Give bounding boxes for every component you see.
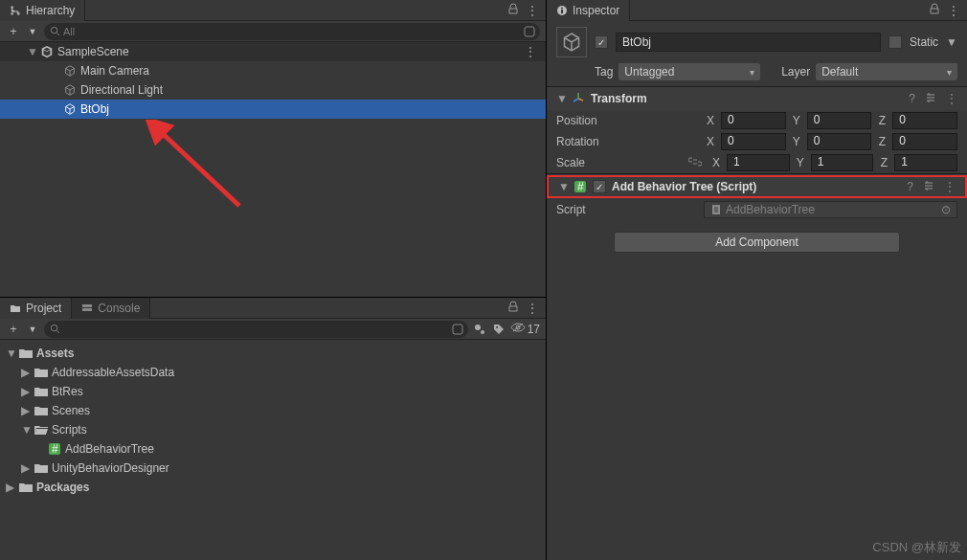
scale-y-input[interactable]: 1 <box>811 154 874 171</box>
transform-title: Transform <box>591 92 647 105</box>
axis-z-label: Z <box>875 135 888 148</box>
tab-project-label: Project <box>26 302 61 315</box>
object-picker-icon[interactable]: ⊙ <box>941 203 951 216</box>
scene-kebab-icon[interactable]: ⋮ <box>525 45 536 58</box>
scale-z-input[interactable]: 1 <box>894 154 957 171</box>
transform-icon <box>572 92 585 105</box>
script-enabled-checkbox[interactable]: ✓ <box>593 180 606 193</box>
project-folder[interactable]: ▶ Scenes <box>0 401 546 420</box>
panel-kebab-icon[interactable]: ⋮ <box>948 4 959 17</box>
script-field-label: Script <box>556 203 700 216</box>
svg-rect-4 <box>82 308 92 311</box>
hierarchy-item-selected[interactable]: BtObj <box>0 100 546 119</box>
hierarchy-icon <box>10 5 21 16</box>
panel-kebab-icon[interactable]: ⋮ <box>527 302 538 315</box>
layer-dropdown[interactable]: Default <box>816 63 957 80</box>
watermark-text: CSDN @林新发 <box>872 539 961 556</box>
fold-icon[interactable]: ▶ <box>6 481 15 494</box>
help-icon[interactable]: ? <box>907 180 913 194</box>
layer-value: Default <box>821 65 858 78</box>
static-checkbox[interactable] <box>888 35 902 49</box>
folder-icon <box>19 347 33 359</box>
project-tree: ▼ Assets ▶ AddressableAssetsData ▶ BtRes… <box>0 340 546 560</box>
create-dropdown-icon[interactable]: ▼ <box>25 322 40 337</box>
project-folder-label: Scenes <box>52 404 90 417</box>
project-folder[interactable]: ▼ Assets <box>0 344 546 363</box>
preset-icon[interactable] <box>925 92 936 106</box>
hierarchy-item-label: Main Camera <box>80 64 149 78</box>
tab-console[interactable]: Console <box>72 298 150 319</box>
position-y-input[interactable]: 0 <box>807 112 872 129</box>
fold-icon[interactable]: ▶ <box>21 404 31 417</box>
project-folder[interactable]: ▶ AddressableAssetsData <box>0 363 546 382</box>
fold-icon[interactable]: ▶ <box>21 385 31 398</box>
tab-project[interactable]: Project <box>0 298 72 319</box>
filter-by-label-icon[interactable] <box>491 322 506 337</box>
gameobject-name-input[interactable]: BtObj <box>616 33 881 52</box>
project-folder[interactable]: ▼ Scripts <box>0 420 546 439</box>
project-folder-label: BtRes <box>52 385 83 398</box>
project-folder-label: AddressableAssetsData <box>52 366 174 379</box>
hierarchy-item[interactable]: Main Camera <box>0 61 546 80</box>
component-kebab-icon[interactable]: ⋮ <box>946 92 957 106</box>
fold-icon[interactable]: ▼ <box>558 180 568 193</box>
svg-rect-14 <box>561 10 563 13</box>
create-dropdown-icon[interactable]: ▼ <box>25 24 40 39</box>
tab-inspector[interactable]: Inspector <box>547 0 630 21</box>
tag-dropdown[interactable]: Untagged <box>618 63 760 80</box>
add-component-button[interactable]: Add Component <box>614 232 900 253</box>
svg-text:#: # <box>52 442 58 456</box>
script-reference-value: AddBehaviorTree <box>726 203 815 216</box>
preset-icon[interactable] <box>923 180 934 194</box>
project-folder[interactable]: ▶ BtRes <box>0 382 546 401</box>
create-plus-button[interactable]: + <box>6 24 21 39</box>
annotation-arrow <box>144 120 259 215</box>
filter-by-type-icon[interactable] <box>472 322 487 337</box>
fold-icon[interactable]: ▶ <box>21 366 31 379</box>
scale-label: Scale <box>556 156 685 169</box>
position-z-input[interactable]: 0 <box>892 112 957 129</box>
lock-icon[interactable] <box>507 301 519 315</box>
project-folder[interactable]: ▶ Packages <box>0 478 546 497</box>
tab-console-label: Console <box>98 302 140 315</box>
tab-hierarchy[interactable]: Hierarchy <box>0 0 85 21</box>
project-folder[interactable]: ▶ UnityBehaviorDesigner <box>0 459 546 478</box>
add-component-label: Add Component <box>715 235 798 249</box>
fold-icon[interactable]: ▶ <box>21 461 31 475</box>
help-icon[interactable]: ? <box>909 92 915 106</box>
rotation-y-input[interactable]: 0 <box>807 133 872 150</box>
hierarchy-item[interactable]: Directional Light <box>0 80 546 100</box>
panel-kebab-icon[interactable]: ⋮ <box>527 4 538 17</box>
scale-x-input[interactable]: 1 <box>727 154 790 171</box>
component-kebab-icon[interactable]: ⋮ <box>944 180 956 194</box>
hidden-eye-icon[interactable] <box>510 322 526 336</box>
search-type-icon[interactable] <box>523 26 536 39</box>
project-script-item[interactable]: # AddBehaviorTree <box>0 439 546 459</box>
position-x-input[interactable]: 0 <box>721 112 786 129</box>
gameobject-active-checkbox[interactable]: ✓ <box>595 35 608 49</box>
rotation-label: Rotation <box>556 135 700 148</box>
hierarchy-tree: ▼ SampleScene ⋮ Main Camera Directional … <box>0 42 546 297</box>
lock-icon[interactable] <box>507 3 519 17</box>
scene-row[interactable]: ▼ SampleScene ⋮ <box>0 42 546 61</box>
constrain-link-icon[interactable] <box>688 156 702 170</box>
create-plus-button[interactable]: + <box>6 322 21 337</box>
svg-point-9 <box>496 326 498 328</box>
static-dropdown-icon[interactable]: ▼ <box>946 35 957 49</box>
script-reference-field[interactable]: AddBehaviorTree ⊙ <box>704 201 957 218</box>
hierarchy-search-input[interactable] <box>44 23 540 40</box>
fold-icon[interactable]: ▼ <box>27 45 36 58</box>
axis-x-label: X <box>709 156 723 169</box>
rotation-x-input[interactable]: 0 <box>721 133 786 150</box>
gameobject-icon[interactable] <box>556 27 587 57</box>
search-type-icon[interactable] <box>451 324 464 337</box>
rotation-z-input[interactable]: 0 <box>892 133 957 150</box>
transform-header[interactable]: ▼ Transform ? ⋮ <box>547 87 967 110</box>
fold-icon[interactable]: ▼ <box>21 423 31 437</box>
svg-point-15 <box>561 8 563 10</box>
fold-icon[interactable]: ▼ <box>556 92 566 105</box>
script-component-header[interactable]: ▼ # ✓ Add Behavior Tree (Script) ? ⋮ <box>547 175 967 198</box>
project-search-input[interactable] <box>44 321 468 338</box>
lock-icon[interactable] <box>929 3 940 17</box>
fold-icon[interactable]: ▼ <box>6 347 15 360</box>
